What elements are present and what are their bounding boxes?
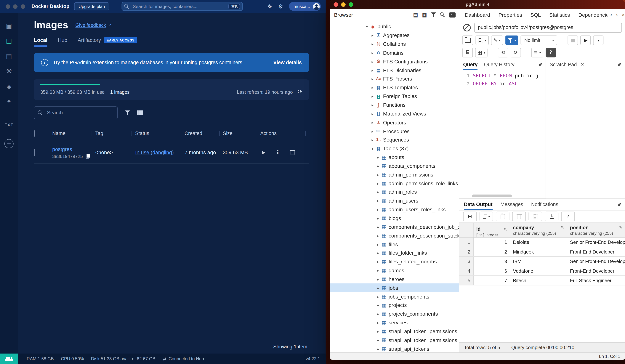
tree-item-collations[interactable]: ▸⇅Collations bbox=[330, 40, 459, 49]
tree-chevron-icon[interactable]: ▸ bbox=[370, 42, 375, 46]
images-search-input[interactable] bbox=[46, 110, 114, 116]
save-file-button[interactable]: ▾ bbox=[475, 35, 489, 45]
cell-company[interactable]: Deloitte bbox=[510, 238, 567, 247]
delete-row-button[interactable] bbox=[512, 212, 526, 221]
tree-item-public[interactable]: ▾◆public bbox=[330, 22, 459, 31]
edit-column-icon[interactable]: ✎ bbox=[504, 227, 507, 231]
tree-item-admin-users[interactable]: ▸▦admin_users bbox=[330, 196, 459, 205]
row-limit-select[interactable]: No limit▾ bbox=[521, 35, 557, 45]
save-data-button[interactable] bbox=[529, 212, 542, 221]
tree-chevron-icon[interactable]: ▸ bbox=[375, 303, 381, 307]
tab-local[interactable]: Local bbox=[34, 37, 47, 47]
tree-item-admin-permissions-role-links[interactable]: ▸▦admin_permissions_role_links bbox=[330, 179, 459, 188]
tree-item-abouts-components[interactable]: ▸▦abouts_components bbox=[330, 162, 459, 170]
tree-chevron-icon[interactable]: ▸ bbox=[375, 207, 381, 212]
cell-company[interactable]: IBM bbox=[510, 257, 567, 266]
row-number-cell[interactable]: 1 bbox=[459, 238, 474, 247]
image-status-link[interactable]: In use (dangling) bbox=[135, 149, 174, 155]
traffic-light-zoom-icon[interactable] bbox=[349, 2, 353, 7]
tree-item-fts-templates[interactable]: ▸▦FTS Templates bbox=[330, 83, 459, 92]
output-tab-notifications[interactable]: Notifications bbox=[531, 199, 558, 210]
explain-analyze-button[interactable]: ▦▾ bbox=[475, 48, 488, 57]
row-checkbox[interactable] bbox=[34, 149, 35, 155]
tree-chevron-icon[interactable]: ▸ bbox=[375, 242, 381, 247]
tabs-scroll-left-icon[interactable]: ‹ bbox=[610, 12, 612, 18]
tree-chevron-icon[interactable]: ▸ bbox=[375, 312, 381, 316]
tab-hub[interactable]: Hub bbox=[58, 37, 67, 47]
images-search[interactable] bbox=[34, 106, 118, 119]
tree-chevron-icon[interactable]: ▸ bbox=[370, 120, 375, 125]
tree-item-components-description-job-de[interactable]: ▸▦components_description_job_de bbox=[330, 223, 459, 231]
psql-terminal-icon[interactable]: >_ bbox=[449, 12, 456, 17]
filter-icon[interactable] bbox=[125, 111, 130, 115]
tree-chevron-icon[interactable]: ▾ bbox=[370, 146, 375, 151]
tree-chevron-icon[interactable]: ▸ bbox=[375, 216, 381, 220]
dev-environments-icon[interactable]: ◈ bbox=[5, 82, 13, 91]
tabs-scroll-right-icon[interactable]: › bbox=[616, 12, 618, 18]
docker-whale-icon[interactable] bbox=[0, 354, 18, 364]
edit-column-icon[interactable]: ✎ bbox=[619, 225, 622, 230]
delete-image-icon[interactable] bbox=[290, 150, 295, 155]
builds-icon[interactable]: ⚒ bbox=[5, 67, 13, 76]
tree-chevron-icon[interactable]: ▸ bbox=[370, 94, 375, 99]
images-icon[interactable]: ◫ bbox=[5, 37, 13, 45]
troubleshoot-icon[interactable]: ❖ bbox=[267, 3, 272, 9]
editor-line[interactable]: 1SELECT * FROM public.j bbox=[459, 72, 546, 80]
tree-item-procedures[interactable]: ▸≔Procedures bbox=[330, 127, 459, 136]
traffic-light-close-icon[interactable] bbox=[334, 2, 338, 7]
tab-scratch-pad[interactable]: Scratch Pad bbox=[550, 59, 577, 70]
kebab-menu-icon[interactable]: ⋮ bbox=[275, 149, 281, 156]
tab-query[interactable]: Query bbox=[463, 59, 477, 70]
cell-position[interactable]: Front-End Developer bbox=[567, 266, 625, 275]
column-header-actions[interactable]: Actions bbox=[260, 126, 309, 141]
tree-item-files-related-morphs[interactable]: ▸▦files_related_morphs bbox=[330, 257, 459, 266]
add-row-button[interactable]: ⊞ bbox=[463, 212, 477, 221]
extensions-icon[interactable]: ✦ bbox=[5, 97, 13, 106]
close-scratch-pad-icon[interactable]: ✕ bbox=[581, 62, 584, 67]
cell-id[interactable]: 3 bbox=[474, 257, 510, 266]
tree-item-heroes[interactable]: ▸▦heroes bbox=[330, 275, 459, 283]
copy-digest-icon[interactable] bbox=[86, 154, 90, 158]
tree-item-admin-permissions[interactable]: ▸▦admin_permissions bbox=[330, 170, 459, 179]
tree-chevron-icon[interactable]: ▸ bbox=[375, 181, 381, 186]
tree-item-strapi-api-token-permissions-t[interactable]: ▸▦strapi_api_token_permissions_t bbox=[330, 336, 459, 344]
tree-chevron-icon[interactable]: ▸ bbox=[375, 251, 381, 255]
tree-item-files-folder-links[interactable]: ▸▦files_folder_links bbox=[330, 249, 459, 257]
global-search-input[interactable] bbox=[132, 3, 226, 9]
tree-chevron-icon[interactable]: ▸ bbox=[375, 199, 381, 203]
tree-chevron-icon[interactable]: ▸ bbox=[375, 294, 381, 299]
expand-scratch-pad-icon[interactable]: ↕ bbox=[616, 61, 623, 68]
pgadmin-tab-sql[interactable]: SQL bbox=[531, 12, 541, 18]
tree-item-domains[interactable]: ▸⌂Domains bbox=[330, 48, 459, 57]
tree-item-operators[interactable]: ▸±Operators bbox=[330, 118, 459, 127]
tree-item-sequences[interactable]: ▸1..Sequences bbox=[330, 136, 459, 144]
tree-item-files[interactable]: ▸▦files bbox=[330, 240, 459, 249]
commit-button[interactable]: ⟲ bbox=[498, 48, 508, 57]
traffic-light-close-icon[interactable] bbox=[5, 4, 10, 9]
execute-options-button[interactable]: ▾ bbox=[593, 35, 604, 45]
tree-chevron-icon[interactable]: ▸ bbox=[375, 172, 381, 177]
tree-chevron-icon[interactable]: ▸ bbox=[370, 77, 375, 81]
volumes-icon[interactable]: ▤ bbox=[5, 52, 13, 61]
tab-query-history[interactable]: Query History bbox=[484, 59, 514, 70]
grid-column-header-company[interactable]: company✎character varying (255) bbox=[510, 223, 567, 237]
paste-button[interactable] bbox=[496, 212, 509, 221]
upgrade-plan-button[interactable]: Upgrade plan bbox=[74, 2, 109, 10]
global-search[interactable]: ⌘K bbox=[122, 2, 243, 11]
cell-position[interactable]: Front-End Developer bbox=[567, 247, 625, 256]
row-number-cell[interactable]: 3 bbox=[459, 257, 474, 266]
add-extension-button[interactable]: + bbox=[4, 139, 14, 148]
tree-chevron-icon[interactable]: ▸ bbox=[370, 51, 375, 55]
user-menu-button[interactable]: musca... bbox=[289, 2, 321, 11]
tree-chevron-icon[interactable]: ▸ bbox=[375, 286, 381, 290]
tree-item-strapi-api-tokens[interactable]: ▸▦strapi_api_tokens bbox=[330, 344, 459, 352]
column-header-name[interactable]: Name bbox=[52, 126, 95, 141]
output-tab-messages[interactable]: Messages bbox=[500, 199, 523, 210]
traffic-light-minimize-icon[interactable] bbox=[341, 2, 346, 7]
tree-chevron-icon[interactable]: ▸ bbox=[370, 138, 375, 142]
run-image-icon[interactable]: ▶ bbox=[262, 150, 265, 155]
rollback-button[interactable]: ⟳ bbox=[511, 48, 521, 57]
connection-status-icon[interactable] bbox=[463, 24, 471, 31]
tree-chevron-icon[interactable]: ▸ bbox=[375, 164, 381, 168]
graph-visualiser-button[interactable]: ↗ bbox=[561, 212, 575, 221]
